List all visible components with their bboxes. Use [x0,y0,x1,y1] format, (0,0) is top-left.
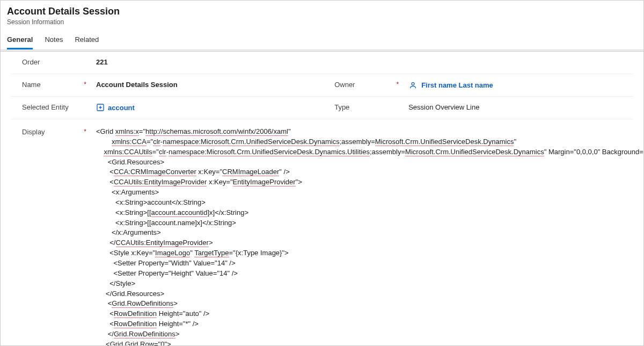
required-marker: * [84,128,86,135]
value-display[interactable]: <Grid xmlns:x="http://schemas.microsoft.… [92,121,644,346]
owner-link[interactable]: First name Last name [421,81,493,89]
value-selected-entity[interactable]: account [92,97,334,119]
label-name: Name* [11,74,92,94]
selected-entity-link[interactable]: account [108,104,135,112]
tab-related[interactable]: Related [75,35,99,49]
svg-point-0 [412,82,414,85]
label-display: Display* [11,121,92,346]
row-entity-type: Selected Entity account Type Session Ove… [11,97,633,119]
label-type: Type [334,97,404,117]
tab-general[interactable]: General [7,35,33,49]
person-icon [408,81,417,89]
entity-icon [96,103,105,112]
page-subtitle: Session Information [7,18,637,26]
tabs: General Notes Related [1,29,643,50]
label-selected-entity: Selected Entity [11,97,92,117]
tab-notes[interactable]: Notes [45,35,63,49]
form-body: Order 221 Name* Account Details Session … [1,52,643,346]
required-marker: * [396,81,399,88]
row-order: Order 221 [11,52,633,74]
page-title: Account Details Session [7,6,637,17]
row-display: Display* <Grid xmlns:x="http://schemas.m… [11,119,633,346]
value-name[interactable]: Account Details Session [92,74,334,94]
value-owner[interactable]: First name Last name [404,74,633,96]
value-order[interactable]: 221 [92,52,334,71]
value-type[interactable]: Session Overview Line [404,97,633,117]
label-owner: Owner* [334,74,404,94]
label-order: Order [11,52,92,71]
row-name-owner: Name* Account Details Session Owner* Fir… [11,74,633,97]
required-marker: * [84,81,86,88]
form-header: Account Details Session Session Informat… [1,1,643,29]
